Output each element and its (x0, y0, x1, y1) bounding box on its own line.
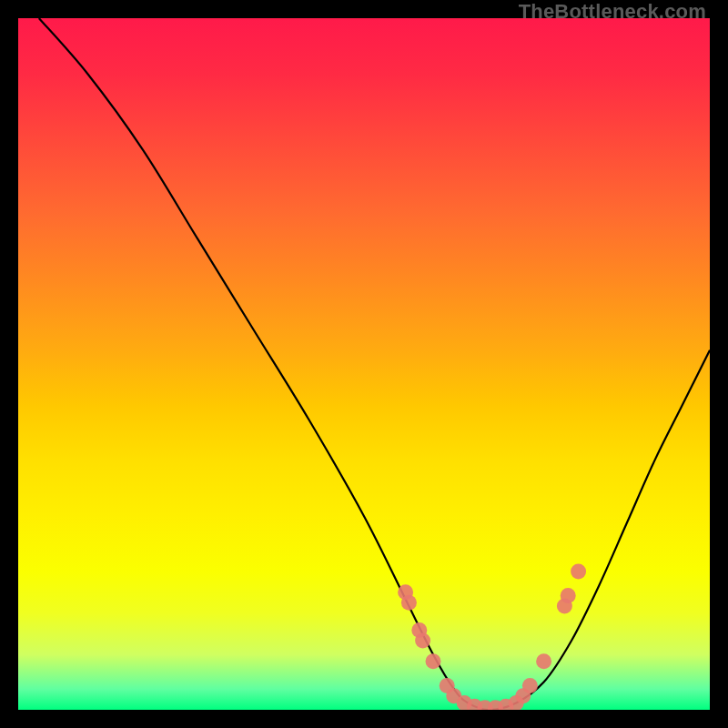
plot-area (18, 18, 710, 710)
data-marker (561, 588, 576, 603)
chart-svg (18, 18, 710, 710)
marker-group (398, 564, 586, 711)
data-marker (426, 653, 441, 669)
data-marker (415, 633, 430, 649)
bottleneck-curve (39, 18, 710, 710)
chart-container: TheBottleneck.com (0, 0, 728, 728)
data-marker (571, 564, 586, 580)
data-marker (536, 653, 551, 669)
data-marker (522, 678, 538, 693)
data-marker (401, 595, 417, 611)
